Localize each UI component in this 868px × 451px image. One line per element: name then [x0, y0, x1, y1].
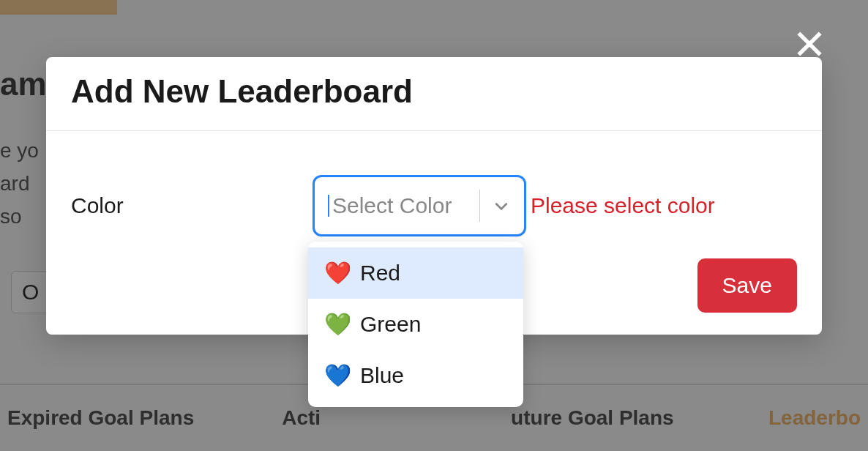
color-option-blue[interactable]: 💙 Blue	[308, 350, 523, 401]
heart-red-icon: ❤️	[324, 262, 351, 284]
color-dropdown-menu: ❤️ Red 💚 Green 💙 Blue	[308, 242, 523, 407]
color-label: Color	[71, 193, 313, 218]
color-option-green[interactable]: 💚 Green	[308, 299, 523, 350]
chevron-down-icon	[492, 196, 511, 215]
select-placeholder: Select Color	[328, 195, 474, 217]
color-option-red[interactable]: ❤️ Red	[308, 247, 523, 299]
color-option-label: Blue	[360, 363, 404, 388]
color-error-message: Please select color	[531, 193, 715, 218]
modal-header: Add New Leaderboard	[46, 57, 822, 131]
modal-body: Color Select Color Please select color	[46, 131, 822, 258]
save-button[interactable]: Save	[697, 258, 797, 313]
color-select[interactable]: Select Color	[313, 175, 526, 236]
color-option-label: Green	[360, 312, 421, 337]
close-icon	[793, 50, 826, 62]
color-form-row: Color Select Color Please select color	[71, 175, 797, 236]
color-option-label: Red	[360, 261, 400, 286]
heart-green-icon: 💚	[324, 313, 351, 335]
heart-blue-icon: 💙	[324, 365, 351, 387]
select-divider	[479, 190, 480, 222]
modal-title: Add New Leaderboard	[71, 73, 797, 110]
close-button[interactable]	[793, 28, 826, 63]
